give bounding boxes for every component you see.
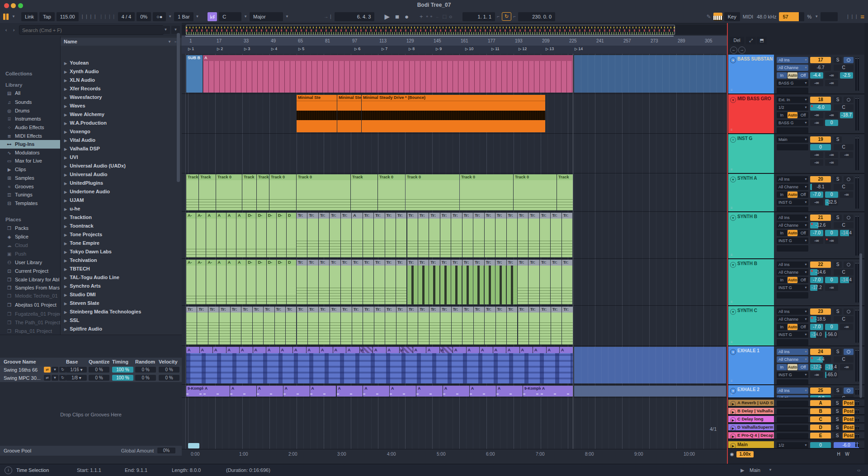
send-field[interactable]: -12.4 xyxy=(810,364,823,370)
sidebar-item-samples[interactable]: ⊞Samples xyxy=(0,174,60,182)
clip-d[interactable]: D xyxy=(287,260,296,304)
return-letter[interactable]: A xyxy=(810,400,831,406)
send-field[interactable]: -∞ xyxy=(810,372,823,378)
monitor-off[interactable]: Off xyxy=(798,191,808,198)
disclosure-triangle-icon[interactable]: ▶ xyxy=(61,96,70,100)
clip-tr[interactable]: Tr: xyxy=(396,260,406,304)
save-icon[interactable]: ▼ xyxy=(52,367,58,373)
loop-switch[interactable]: ↻ xyxy=(502,12,511,21)
clip-a[interactable]: A xyxy=(416,386,443,397)
clip-tr[interactable]: Tr: xyxy=(264,307,274,345)
track-number[interactable]: 22 xyxy=(810,261,831,268)
groove-row[interactable]: Swing 16ths 66⇄▼↻1/16 ▾0 %100 %0 %0 % xyxy=(0,366,182,374)
list-item-youlean[interactable]: ▶Youlean xyxy=(61,59,182,67)
io-selector[interactable]: Main▼ xyxy=(777,136,808,143)
locator-flag[interactable]: ▷12 xyxy=(519,47,527,51)
groove-value[interactable]: 1/8 ▾ xyxy=(66,375,87,381)
pan-knob[interactable] xyxy=(844,176,854,182)
io-selector[interactable]: All Ins▼ xyxy=(777,349,808,355)
clip-a[interactable]: A xyxy=(470,386,496,397)
pan-field[interactable]: C xyxy=(834,104,854,111)
clip-a[interactable]: A xyxy=(360,347,373,353)
clip-tr[interactable]: Tr: xyxy=(540,307,550,345)
monitor-in[interactable]: In xyxy=(777,230,787,236)
track-number[interactable]: 17 xyxy=(810,57,831,63)
pan-field[interactable]: C xyxy=(834,65,854,71)
track-header-exhale-1[interactable]: ▾EXHALE 1≡All Ins▼All Channe▼InAutoOffIN… xyxy=(728,346,868,385)
clip-a[interactable]: A xyxy=(346,347,359,353)
return-color-block[interactable]: ▶B Delay | Valhalla xyxy=(728,408,774,414)
clip-a[interactable]: A xyxy=(217,213,226,257)
disclosure-triangle-icon[interactable]: ▶ xyxy=(61,61,70,65)
disclosure-triangle-icon[interactable]: ▶ xyxy=(61,130,70,134)
disclosure-triangle-icon[interactable]: ▶ xyxy=(61,156,70,160)
monitor-auto[interactable]: Auto xyxy=(788,277,798,283)
height-zoom-button[interactable]: H xyxy=(835,451,842,457)
track-color-block[interactable]: ▾BASS SUBSTAN≡ xyxy=(728,55,774,93)
io-selector[interactable]: INST G▼ xyxy=(777,285,808,291)
send-field[interactable]: -65.0 xyxy=(825,372,838,378)
clip-a[interactable]: A xyxy=(390,386,416,397)
clip-tr[interactable]: Tr: xyxy=(528,213,539,257)
clip-a[interactable]: A xyxy=(541,386,573,397)
clip-a[interactable]: A xyxy=(496,386,523,397)
clip-a[interactable]: A xyxy=(283,386,310,397)
groove-value[interactable]: 0 % xyxy=(135,367,156,373)
volume-field[interactable]: -4.4 xyxy=(810,356,831,363)
next-locator-icon[interactable]: → xyxy=(738,47,745,54)
list-item-xfer-records[interactable]: ▶Xfer Records xyxy=(61,84,182,93)
sidebar-item-drums[interactable]: ◎Drums xyxy=(0,107,60,115)
play-circle-icon[interactable]: ▶ xyxy=(730,434,736,439)
io-selector[interactable] xyxy=(777,379,808,385)
menu-icon[interactable]: ≡ xyxy=(860,13,864,20)
io-selector[interactable]: All Ins▼ xyxy=(777,387,808,394)
filter-icon[interactable]: ▼ xyxy=(161,26,170,34)
capture-midi-icon[interactable]: + xyxy=(420,13,424,20)
chevron-down-icon[interactable]: ▼ xyxy=(769,464,772,476)
send-field[interactable]: -14.4 xyxy=(840,230,853,236)
clip-d[interactable]: D xyxy=(287,213,296,257)
clip-a[interactable]: A xyxy=(217,260,226,304)
sidebar-item-push[interactable]: ▣Push xyxy=(0,250,60,258)
beat-time-ruler[interactable]: 1173349658197113129145161177193209225241… xyxy=(182,36,727,46)
forward-arrow-icon[interactable]: › xyxy=(10,26,17,34)
return-color-block[interactable]: ▶A Reverb | UAD St xyxy=(728,400,774,406)
clip-a[interactable]: A xyxy=(230,386,256,397)
monitor-off[interactable]: Off xyxy=(798,277,808,283)
clip-d[interactable]: D- xyxy=(277,260,286,304)
clip-tr[interactable]: Tr: xyxy=(418,260,429,304)
monitor-auto[interactable]: Auto xyxy=(788,230,798,236)
solo-button[interactable]: S xyxy=(834,176,842,182)
sidebar-item-plug-ins[interactable]: ⊷Plug-Ins xyxy=(0,140,60,149)
clip-tr[interactable]: Tr: xyxy=(540,213,550,257)
io-selector[interactable] xyxy=(777,245,808,252)
clip-tr[interactable]: Tr: xyxy=(352,307,363,345)
locator-flag[interactable]: ▷8 xyxy=(409,47,415,51)
disclosure-triangle-icon[interactable]: ▶ xyxy=(61,319,70,323)
pan-field[interactable]: C xyxy=(834,356,854,363)
clip-tr[interactable]: Tr: xyxy=(341,260,351,304)
clip-tr[interactable]: Tr: xyxy=(396,307,407,345)
solo-button[interactable]: S xyxy=(834,400,841,406)
scroll-arrows-icon[interactable]: ‹› xyxy=(857,464,860,476)
clip-a[interactable]: A xyxy=(467,347,480,353)
io-selector[interactable]: All Ins▼ xyxy=(777,176,808,182)
monitor-in[interactable]: In xyxy=(777,364,787,370)
monitor-off[interactable]: Off xyxy=(798,364,808,370)
track-fold-icon[interactable]: ▾ xyxy=(730,177,736,182)
send-field[interactable]: -∞ xyxy=(825,80,838,86)
groove-value[interactable]: 0 % xyxy=(89,375,109,381)
chevron-down-icon[interactable]: ▼ xyxy=(243,14,248,19)
clip-a[interactable]: A xyxy=(333,347,346,353)
insert-marker-icon[interactable] xyxy=(2,14,9,20)
monitor-auto[interactable]: Auto xyxy=(788,364,798,370)
clip-a[interactable]: A xyxy=(266,347,279,353)
sidebar-item-fugatzella-01-projec[interactable]: ❐Fugatzella_01 Projec xyxy=(0,310,60,318)
clip-a[interactable]: A xyxy=(206,213,216,257)
clip-d[interactable]: D- xyxy=(267,260,276,304)
clip-d[interactable]: D- xyxy=(246,213,256,257)
list-item-xln-audio[interactable]: ▶XLN Audio xyxy=(61,76,182,84)
clip-tr[interactable]: Tr: xyxy=(407,260,418,304)
clip-track-0[interactable]: Track 0 xyxy=(378,174,405,210)
overview-visible-region[interactable] xyxy=(186,25,675,35)
